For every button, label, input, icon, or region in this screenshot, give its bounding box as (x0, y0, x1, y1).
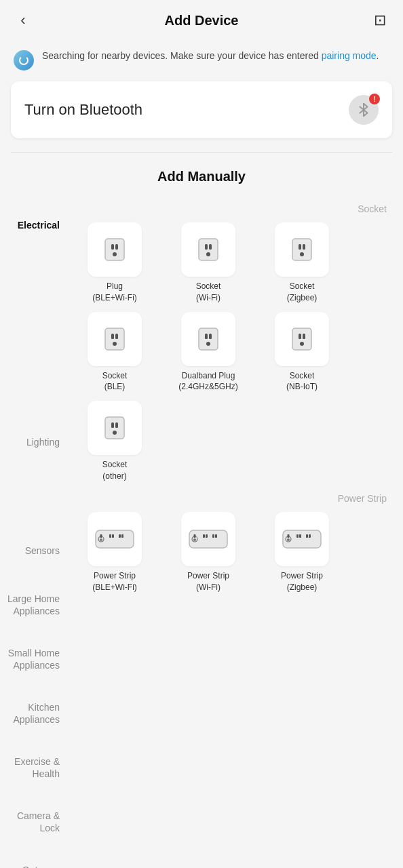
device-name-dualband-plug: Dualband Plug(2.4GHz&5GHz) (178, 370, 237, 393)
back-button[interactable]: ‹ (11, 12, 35, 29)
socket-row-1: Plug(BLE+Wi-Fi) Socket(Wi-Fi) (71, 220, 398, 309)
svg-rect-42 (215, 534, 217, 538)
svg-rect-47 (296, 534, 299, 538)
svg-rect-38 (194, 534, 196, 538)
device-socket-wifi[interactable]: Socket(Wi-Fi) (164, 222, 252, 304)
sidebar: Electrical Lighting Sensors Large Home A… (0, 198, 68, 868)
page-title: Add Device (165, 13, 239, 28)
svg-rect-17 (205, 334, 208, 339)
svg-point-27 (113, 431, 117, 435)
strip-row-1: Power Strip(BLE+Wi-Fi) Power Strip (71, 509, 398, 599)
svg-rect-0 (105, 239, 124, 260)
svg-rect-33 (119, 534, 121, 538)
svg-rect-9 (299, 244, 301, 250)
svg-rect-5 (205, 244, 208, 250)
pairing-mode-link[interactable]: pairing mode (322, 50, 377, 61)
svg-rect-21 (299, 334, 301, 339)
svg-point-19 (206, 342, 210, 346)
add-manually-title: Add Manually (0, 153, 403, 198)
svg-rect-34 (121, 534, 123, 538)
category-label-power-strip: Power Strip (71, 488, 398, 509)
bluetooth-badge: ! (369, 94, 380, 104)
svg-rect-6 (209, 244, 212, 250)
sidebar-item-camera[interactable]: Camera & Lock (5, 795, 68, 849)
svg-rect-12 (105, 328, 124, 350)
device-icon-socket-nb-iot (275, 312, 329, 366)
svg-point-43 (193, 538, 196, 541)
svg-rect-13 (111, 334, 114, 339)
device-strip-ble-wifi[interactable]: Power Strip(BLE+Wi-Fi) (71, 512, 159, 593)
device-icon-socket-other (88, 401, 142, 455)
svg-rect-41 (212, 534, 214, 538)
sidebar-item-small-home[interactable]: Small Home Appliances (5, 632, 68, 686)
sidebar-item-electrical[interactable]: Electrical (5, 198, 68, 252)
sidebar-item-large-home[interactable]: Large Home Appliances (5, 578, 68, 632)
sidebar-item-exercise[interactable]: Exercise & Health (5, 741, 68, 795)
devices-area: Socket Plug(BLE+Wi-Fi) (68, 198, 403, 868)
device-name-socket-nb-iot: Socket(NB-IoT) (286, 370, 318, 393)
device-icon-strip-wifi (181, 512, 235, 566)
bluetooth-card[interactable]: Turn on Bluetooth ! (11, 81, 392, 138)
svg-point-51 (287, 538, 290, 541)
device-icon-strip-ble-wifi (88, 512, 142, 566)
category-label-socket: Socket (71, 198, 398, 220)
device-name-strip-wifi: Power Strip(Wi-Fi) (187, 570, 229, 593)
sidebar-item-sensors[interactable]: Sensors (5, 524, 68, 578)
info-bar: Searching for nearby devices. Make sure … (0, 41, 403, 81)
svg-rect-50 (309, 534, 311, 538)
bluetooth-label: Turn on Bluetooth (24, 101, 142, 119)
svg-rect-24 (105, 417, 124, 439)
header: ‹ Add Device ⊡ (0, 0, 403, 41)
scan-button[interactable]: ⊡ (368, 12, 392, 29)
svg-rect-46 (288, 534, 290, 538)
info-text: Searching for nearby devices. Make sure … (42, 49, 379, 63)
device-socket-other[interactable]: Socket(other) (71, 401, 159, 482)
device-socket-zigbee[interactable]: Socket(Zigbee) (258, 222, 346, 304)
device-name-plug-ble-wifi: Plug(BLE+Wi-Fi) (92, 281, 137, 304)
svg-point-7 (206, 252, 210, 256)
svg-rect-20 (292, 328, 311, 350)
svg-point-23 (300, 342, 304, 346)
svg-rect-40 (206, 534, 208, 538)
device-plug-ble-wifi[interactable]: Plug(BLE+Wi-Fi) (71, 222, 159, 304)
device-name-strip-zigbee: Power Strip(Zigbee) (281, 570, 323, 593)
device-icon-socket-wifi (181, 222, 235, 277)
svg-rect-2 (115, 244, 118, 250)
svg-rect-10 (303, 244, 305, 250)
svg-rect-16 (199, 328, 218, 350)
device-strip-wifi[interactable]: Power Strip(Wi-Fi) (164, 512, 252, 593)
sidebar-item-lighting[interactable]: Lighting (5, 415, 68, 469)
svg-point-11 (300, 252, 304, 256)
device-strip-zigbee[interactable]: Power Strip(Zigbee) (258, 512, 346, 593)
svg-rect-1 (111, 244, 114, 250)
svg-rect-49 (306, 534, 308, 538)
svg-rect-4 (199, 239, 218, 260)
svg-rect-39 (203, 534, 205, 538)
device-icon-strip-zigbee (275, 512, 329, 566)
content-area: Electrical Lighting Sensors Large Home A… (0, 198, 403, 868)
device-name-socket-ble: Socket(BLE) (102, 370, 128, 393)
device-socket-ble[interactable]: Socket(BLE) (71, 312, 159, 393)
svg-point-15 (113, 342, 117, 346)
device-dualband-plug[interactable]: Dualband Plug(2.4GHz&5GHz) (164, 312, 252, 393)
device-icon-plug-ble-wifi (88, 222, 142, 277)
socket-row-2: Socket(BLE) Dualband Plug(2.4GHz&5GHz) (71, 309, 398, 399)
sidebar-item-kitchen[interactable]: Kitchen Appliances (5, 686, 68, 741)
svg-rect-22 (303, 334, 305, 339)
device-name-socket-other: Socket(other) (102, 459, 128, 482)
svg-rect-32 (112, 534, 114, 538)
device-socket-nb-iot[interactable]: Socket(NB-IoT) (258, 312, 346, 393)
sidebar-item-gateway[interactable]: Gateway Control (5, 849, 68, 868)
svg-rect-14 (115, 334, 118, 339)
svg-rect-18 (209, 334, 212, 339)
device-icon-socket-zigbee (275, 222, 329, 277)
socket-row-3: Socket(other) (71, 398, 398, 488)
svg-rect-26 (115, 422, 118, 428)
svg-rect-48 (299, 534, 301, 538)
svg-rect-25 (111, 422, 114, 428)
device-name-socket-wifi: Socket(Wi-Fi) (196, 281, 221, 304)
svg-rect-31 (109, 534, 111, 538)
device-name-strip-ble-wifi: Power Strip(BLE+Wi-Fi) (92, 570, 137, 593)
search-icon (14, 50, 34, 71)
bluetooth-icon-wrap: ! (349, 95, 379, 125)
